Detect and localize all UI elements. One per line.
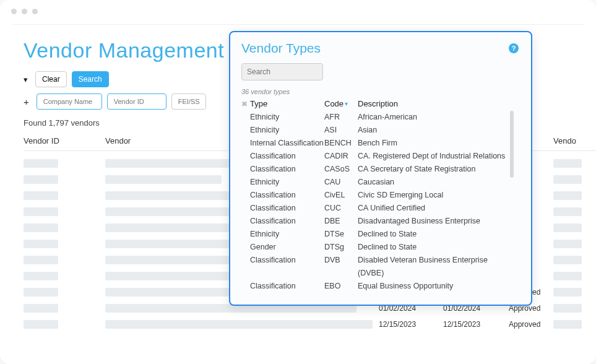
- code-cell: CAU: [324, 176, 358, 189]
- vendor2-cell: [553, 159, 582, 168]
- type-cell: Classification: [250, 189, 324, 202]
- type-cell: Classification: [250, 280, 324, 293]
- code-cell: CUC: [324, 202, 358, 215]
- vendor-id-cell: [24, 288, 58, 297]
- vendor2-cell: [553, 175, 582, 184]
- column-type[interactable]: Type: [250, 99, 324, 108]
- vendor-id-cell: [24, 240, 58, 248]
- vendor-type-row[interactable]: ClassificationCUCCA Unified Certified: [241, 202, 531, 215]
- company-name-input[interactable]: [37, 93, 102, 110]
- vendor2-cell: [553, 272, 582, 280]
- add-filter-icon[interactable]: +: [24, 97, 29, 107]
- vendor-name-cell: [105, 159, 235, 168]
- code-cell: DVB: [324, 254, 358, 280]
- vendor-name-cell: [105, 175, 222, 184]
- column-vendor2[interactable]: Vendo: [553, 136, 590, 145]
- vendor2-cell: [553, 223, 582, 232]
- description-cell: Asian: [358, 124, 531, 137]
- column-code[interactable]: Code▾: [324, 99, 358, 108]
- vendor-types-modal: Vendor Types ? 36 vendor types ✖ Type Co…: [229, 31, 532, 306]
- description-cell: Declined to State: [358, 228, 531, 241]
- vendor2-cell: [553, 304, 582, 313]
- vendor-id-cell: [24, 272, 58, 280]
- vendor-type-row[interactable]: GenderDTSgDeclined to State: [241, 241, 531, 254]
- type-cell: Ethnicity: [250, 176, 324, 189]
- vendor-type-row[interactable]: ClassificationCADIRCA. Registered Dept o…: [241, 150, 531, 163]
- code-cell: DTSg: [324, 241, 358, 254]
- scrollbar[interactable]: [510, 111, 514, 178]
- description-cell: Disabled Veteran Business Enterprise (DV…: [358, 254, 531, 280]
- column-vendor-id[interactable]: Vendor ID: [24, 136, 104, 145]
- column-description[interactable]: Description: [358, 99, 531, 108]
- description-cell: African-American: [358, 111, 531, 124]
- vendor-id-cell: [24, 256, 58, 264]
- vendor-id-cell: [24, 159, 58, 168]
- vendor-types-count: 36 vendor types: [241, 80, 531, 95]
- code-cell: DTSe: [324, 228, 358, 241]
- vendor-types-search-input[interactable]: [241, 63, 323, 80]
- code-cell: ASI: [324, 124, 358, 137]
- vendor-name-cell: [105, 272, 244, 280]
- type-cell: Classification: [250, 254, 324, 280]
- vendor-type-row[interactable]: EthnicityCAUCaucasian: [241, 176, 531, 189]
- collapse-icon[interactable]: ▾: [24, 75, 28, 84]
- description-cell: CA Secretary of State Registration: [358, 163, 531, 176]
- type-cell: Classification: [250, 150, 324, 163]
- description-cell: Declined to State: [358, 241, 531, 254]
- code-cell: DBE: [324, 215, 358, 228]
- vendor-id-input[interactable]: [107, 93, 166, 110]
- description-cell: CA. Registered Dept of Industrial Relati…: [358, 150, 531, 163]
- description-cell: Bench Firm: [358, 137, 531, 150]
- vendor-type-row[interactable]: ClassificationDBEDisadvantaged Business …: [241, 215, 531, 228]
- vendor-type-row[interactable]: EthnicityASIAsian: [241, 124, 531, 137]
- description-cell: CA Unified Certified: [358, 202, 531, 215]
- vendor2-cell: [553, 207, 582, 216]
- help-icon[interactable]: ?: [509, 43, 519, 53]
- table-row[interactable]: 12/15/202312/15/2023Approved: [24, 317, 596, 332]
- vendor2-cell: [553, 191, 582, 200]
- description-cell: Caucasian: [358, 176, 531, 189]
- type-cell: Ethnicity: [250, 124, 324, 137]
- vendor-type-row[interactable]: ClassificationCivELCivic SD Emerging Loc…: [241, 189, 531, 202]
- type-cell: Gender: [250, 241, 324, 254]
- vendor-id-cell: [24, 191, 58, 200]
- vendor-id-cell: [24, 207, 58, 216]
- type-cell: Classification: [250, 163, 324, 176]
- date-cell: 12/15/2023: [379, 320, 442, 329]
- clear-button[interactable]: Clear: [35, 71, 67, 87]
- status-cell: Approved: [509, 320, 552, 329]
- search-button[interactable]: Search: [72, 71, 109, 87]
- vendor2-cell: [553, 320, 582, 329]
- vendor2-cell: [553, 240, 582, 248]
- vendor-type-row[interactable]: EthnicityAFRAfrican-American: [241, 111, 531, 124]
- dot-icon: [32, 9, 38, 14]
- vendor-type-row[interactable]: ClassificationDVBDisabled Veteran Busine…: [241, 254, 531, 280]
- vendor-id-cell: [24, 304, 58, 313]
- code-cell: AFR: [324, 111, 358, 124]
- vendor2-cell: [553, 256, 582, 264]
- date-cell: 12/15/2023: [443, 320, 507, 329]
- type-cell: Classification: [250, 215, 324, 228]
- description-cell: Equal Business Opportunity: [358, 280, 531, 293]
- vendor-id-cell: [24, 223, 58, 232]
- vendor-id-cell: [24, 175, 58, 184]
- description-cell: Disadvantaged Business Enterprise: [358, 215, 531, 228]
- vendor-type-row[interactable]: Internal ClassificationBENCHBench Firm: [241, 137, 531, 150]
- modal-title: Vendor Types: [241, 41, 321, 56]
- sort-asc-icon: ▾: [345, 100, 348, 107]
- code-cell: BENCH: [324, 137, 358, 150]
- type-cell: Ethnicity: [250, 111, 324, 124]
- code-cell: EBO: [324, 280, 358, 293]
- window-dots: [0, 0, 596, 23]
- dot-icon: [11, 9, 17, 14]
- vendor-type-row[interactable]: EthnicityDTSeDeclined to State: [241, 228, 531, 241]
- remove-column-icon[interactable]: ✖: [241, 100, 250, 108]
- fei-ss-input[interactable]: [171, 93, 206, 110]
- type-cell: Internal Classification: [250, 137, 324, 150]
- description-cell: Civic SD Emerging Local: [358, 189, 531, 202]
- type-cell: Classification: [250, 202, 324, 215]
- vendor-type-row[interactable]: ClassificationCASoSCA Secretary of State…: [241, 163, 531, 176]
- vendor-type-row[interactable]: ClassificationEBOEqual Business Opportun…: [241, 280, 531, 293]
- vendor2-cell: [553, 288, 582, 297]
- type-cell: Ethnicity: [250, 228, 324, 241]
